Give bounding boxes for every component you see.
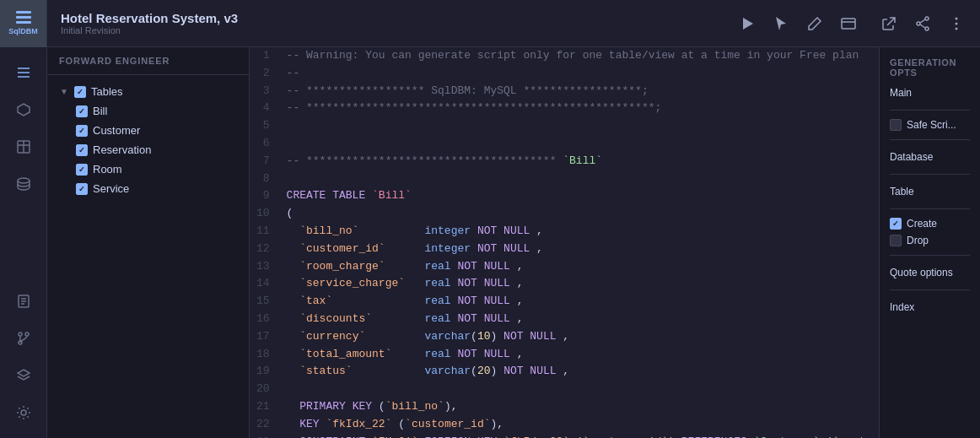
sidebar-git-button[interactable] — [8, 323, 39, 354]
tables-label: Tables — [91, 85, 123, 98]
line-num-2: 2 — [250, 65, 280, 83]
line-code-22: KEY `fkIdx_22` (`customer_id`), — [280, 416, 879, 434]
line-num-17: 17 — [250, 328, 280, 346]
svg-point-5 — [925, 27, 929, 30]
opts-drop[interactable]: Drop — [890, 235, 970, 246]
code-line-8: 8 — [250, 170, 879, 188]
fe-item-customer[interactable]: Customer — [47, 121, 249, 140]
line-num-7: 7 — [250, 153, 280, 170]
svg-point-24 — [19, 333, 22, 336]
svg-point-6 — [917, 22, 920, 25]
line-num-12: 12 — [250, 241, 280, 258]
svg-marker-15 — [18, 104, 30, 116]
safe-scri-label: Safe Scri... — [907, 119, 956, 131]
code-line-4: 4 -- ***********************************… — [250, 100, 879, 117]
service-checkbox[interactable] — [76, 183, 88, 195]
opts-table[interactable]: Table — [890, 183, 970, 200]
opts-create[interactable]: Create — [890, 218, 970, 230]
create-checkbox[interactable] — [890, 218, 902, 230]
customer-label: Customer — [93, 124, 140, 137]
fe-item-service[interactable]: Service — [47, 179, 249, 198]
code-line-9: 9 CREATE TABLE `Bill` — [250, 187, 879, 205]
svg-marker-1 — [776, 17, 786, 30]
sidebar-docs-button[interactable] — [8, 286, 39, 316]
line-num-18: 18 — [250, 346, 280, 364]
room-checkbox[interactable] — [76, 164, 88, 176]
line-num-15: 15 — [250, 293, 280, 311]
line-num-11: 11 — [250, 223, 280, 241]
svg-point-26 — [25, 333, 29, 336]
svg-line-7 — [920, 24, 925, 28]
line-code-2: -- — [280, 65, 879, 83]
bill-checkbox[interactable] — [76, 105, 88, 117]
line-num-21: 21 — [250, 398, 280, 416]
preview-button[interactable] — [835, 10, 862, 37]
svg-point-10 — [956, 22, 958, 24]
drop-checkbox[interactable] — [890, 235, 902, 246]
create-label: Create — [907, 218, 937, 230]
line-num-9: 9 — [250, 187, 280, 205]
sidebar-database-button[interactable] — [8, 169, 39, 199]
bill-label: Bill — [93, 105, 107, 117]
sidebar-menu-button[interactable] — [8, 57, 39, 88]
reservation-label: Reservation — [93, 143, 151, 156]
fe-tables-group-header[interactable]: ▼ Tables — [47, 82, 249, 101]
sidebar-schema-button[interactable] — [8, 95, 39, 125]
line-code-4: -- *************************************… — [280, 100, 879, 117]
svg-marker-28 — [18, 370, 30, 376]
edit-button[interactable] — [801, 10, 828, 37]
opts-main[interactable]: Main — [890, 84, 970, 101]
share-button[interactable] — [909, 10, 936, 37]
app-subtitle: Initial Revision — [61, 25, 710, 35]
cursor-button[interactable] — [767, 10, 794, 37]
svg-point-9 — [956, 17, 958, 19]
svg-point-4 — [925, 17, 929, 20]
play-button[interactable] — [734, 10, 761, 37]
fe-item-bill[interactable]: Bill — [47, 101, 249, 121]
tables-checkbox[interactable] — [74, 86, 86, 98]
line-num-6: 6 — [250, 135, 280, 153]
line-code-7: -- *************************************… — [280, 153, 879, 170]
sidebar-settings-button[interactable] — [8, 397, 39, 428]
fe-item-reservation[interactable]: Reservation — [47, 140, 249, 160]
line-num-4: 4 — [250, 100, 280, 117]
opts-quote[interactable]: Quote options — [890, 264, 970, 281]
code-editor[interactable]: 1 -- Warning: You can generate script on… — [250, 47, 879, 438]
more-button[interactable] — [943, 10, 970, 37]
sidebar-tables-button[interactable] — [8, 132, 39, 162]
line-num-19: 19 — [250, 363, 280, 381]
code-line-19: 19 `status` varchar(20) NOT NULL , — [250, 363, 879, 381]
line-num-8: 8 — [250, 170, 280, 188]
code-line-20: 20 — [250, 381, 879, 398]
safe-scri-checkbox[interactable] — [890, 119, 902, 131]
opts-database[interactable]: Database — [890, 149, 970, 165]
service-label: Service — [93, 182, 129, 195]
line-code-18: `total_amount` real NOT NULL , — [280, 346, 879, 364]
line-code-20 — [280, 381, 879, 398]
line-code-1: -- Warning: You can generate script only… — [280, 47, 879, 65]
fe-item-room[interactable]: Room — [47, 160, 249, 179]
reservation-checkbox[interactable] — [76, 144, 88, 156]
opts-safe-scri[interactable]: Safe Scri... — [890, 119, 970, 131]
fe-tree: ▼ Tables Bill Customer Reservation — [47, 75, 249, 438]
line-code-10: ( — [280, 205, 879, 223]
svg-line-8 — [920, 19, 925, 23]
app-logo: SqlDBM — [0, 0, 47, 47]
svg-point-19 — [18, 178, 30, 183]
line-num-5: 5 — [250, 117, 280, 135]
opts-divider-1 — [890, 110, 970, 111]
external-link-button[interactable] — [875, 10, 902, 37]
line-num-10: 10 — [250, 205, 280, 223]
code-line-17: 17 `currency` varchar(10) NOT NULL , — [250, 328, 879, 346]
customer-checkbox[interactable] — [76, 125, 88, 137]
sidebar-layers-button[interactable] — [8, 360, 39, 391]
code-line-14: 14 `service_charge` real NOT NULL , — [250, 275, 879, 293]
code-line-12: 12 `customer_id` integer NOT NULL , — [250, 241, 879, 258]
chevron-down-icon: ▼ — [59, 87, 69, 97]
drop-label: Drop — [907, 235, 929, 246]
code-line-21: 21 PRIMARY KEY (`bill_no`), — [250, 398, 879, 416]
line-code-23: CONSTRAINT `FK_21` FOREIGN KEY `fkIdx_22… — [280, 434, 879, 438]
opts-title: GENERATION OPTS — [890, 57, 970, 78]
opts-index[interactable]: Index — [890, 299, 970, 316]
code-line-22: 22 KEY `fkIdx_22` (`customer_id`), — [250, 416, 879, 434]
